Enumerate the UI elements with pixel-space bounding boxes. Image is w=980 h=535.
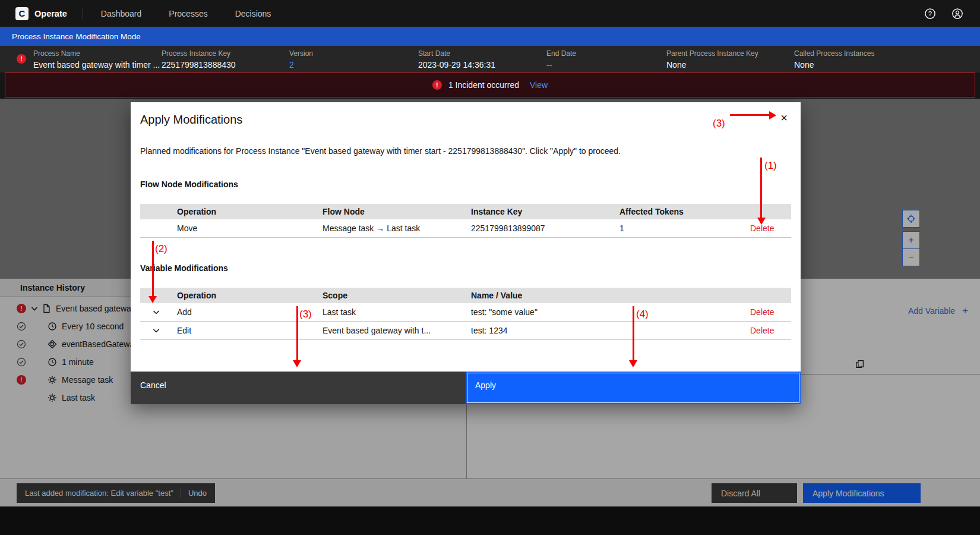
incident-text: 1 Incident occurred [448, 80, 519, 90]
delete-flow-node-modification-link[interactable]: Delete [745, 224, 791, 233]
field-process-instance-key: Process Instance Key 2251799813888430 [162, 49, 236, 70]
apply-modifications-dialog: Apply Modifications × Planned modificati… [131, 102, 801, 404]
apply-button[interactable]: Apply [466, 372, 801, 404]
annotation-arrowhead-close [769, 111, 776, 119]
chevron-down-icon [151, 326, 161, 335]
dialog-title: Apply Modifications [140, 113, 242, 127]
annotation-arrow-close [730, 114, 769, 116]
nav-items: Dashboard Processes Decisions [101, 9, 271, 18]
svg-text:?: ? [928, 10, 932, 17]
app-title: Operate [34, 9, 67, 18]
flow-node-cell: Message task → Last task [318, 224, 466, 233]
close-button[interactable]: × [774, 108, 794, 127]
annotation-label-close: (3) [713, 118, 725, 130]
field-end-date: End Date -- [546, 49, 576, 70]
flow-node-modifications-heading: Flow Node Modifications [140, 180, 238, 189]
field-parent-process-instance-key: Parent Process Instance Key None [666, 49, 758, 70]
incident-status-icon: ! [17, 54, 26, 64]
annotation-arrowhead-expand [148, 296, 157, 303]
version-link[interactable]: 2 [289, 60, 313, 70]
expand-row-chevron[interactable] [140, 307, 172, 317]
table-header: Operation Flow Node Instance Key Affecte… [140, 204, 791, 219]
instance-header: ! Process Name Event based gateway with … [0, 46, 980, 73]
screen: C Operate Dashboard Processes Decisions … [0, 0, 980, 535]
incident-view-link[interactable]: View [530, 80, 548, 90]
variable-modification-row: Edit Event based gateway with t... test:… [140, 322, 791, 340]
scope-cell: Last task [318, 307, 466, 317]
annotation-arrow-apply [633, 306, 634, 360]
help-button[interactable]: ? [923, 7, 937, 21]
modification-mode-banner: Process Instance Modification Mode [0, 27, 980, 46]
name-value-cell: test: "some value" [466, 307, 745, 317]
nav-item-dashboard[interactable]: Dashboard [101, 9, 142, 18]
nav-item-processes[interactable]: Processes [169, 9, 207, 18]
annotation-label-expand: (2) [155, 243, 167, 255]
cancel-button[interactable]: Cancel [131, 372, 466, 404]
help-icon: ? [924, 8, 936, 20]
annotation-arrow-expand [152, 241, 154, 296]
navbar-divider [83, 7, 83, 20]
annotation-arrowhead-apply [629, 360, 637, 367]
instance-key-cell: 2251799813899087 [466, 224, 615, 233]
scope-cell: Event based gateway with t... [318, 326, 466, 335]
user-icon [951, 8, 963, 20]
incident-banner: ! 1 Incident occurred View [5, 73, 975, 97]
camunda-logo: C [15, 7, 29, 20]
annotation-arrowhead-delete [757, 218, 766, 225]
annotation-arrow-delete [760, 158, 762, 218]
profile-button[interactable] [950, 7, 965, 21]
close-icon: × [780, 111, 788, 125]
operation-cell: Move [172, 224, 318, 233]
delete-variable-modification-link[interactable]: Delete [745, 326, 791, 335]
annotation-label-cancel: (3) [299, 309, 312, 320]
flow-node-modification-row: Move Message task → Last task 2251799813… [140, 219, 791, 238]
field-called-process-instances: Called Process Instances None [794, 49, 874, 70]
annotation-arrowhead-cancel [293, 360, 301, 367]
variable-modification-row: Add Last task test: "some value" Delete [140, 303, 791, 322]
table-header: Operation Scope Name / Value [140, 288, 791, 303]
expand-row-chevron[interactable] [140, 326, 172, 335]
dialog-footer: Cancel Apply [131, 372, 801, 404]
delete-variable-modification-link[interactable]: Delete [745, 307, 791, 317]
annotation-label-delete: (1) [764, 160, 777, 172]
top-navbar: C Operate Dashboard Processes Decisions … [0, 0, 980, 27]
name-value-cell: test: 1234 [466, 326, 745, 335]
flow-node-modifications-table: Operation Flow Node Instance Key Affecte… [140, 204, 791, 238]
annotation-arrow-cancel [296, 306, 298, 360]
field-version: Version 2 [289, 49, 313, 70]
nav-item-decisions[interactable]: Decisions [235, 9, 271, 18]
chevron-down-icon [151, 307, 161, 317]
variable-modifications-table: Operation Scope Name / Value Add Last ta… [140, 288, 791, 340]
annotation-label-apply: (4) [636, 309, 649, 320]
field-start-date: Start Date 2023-09-29 14:36:31 [418, 49, 495, 70]
field-process-name: Process Name Event based gateway with ti… [33, 49, 160, 70]
incident-icon: ! [432, 80, 442, 90]
affected-tokens-cell: 1 [615, 224, 745, 233]
dialog-description: Planned modifications for Process Instan… [140, 146, 621, 156]
